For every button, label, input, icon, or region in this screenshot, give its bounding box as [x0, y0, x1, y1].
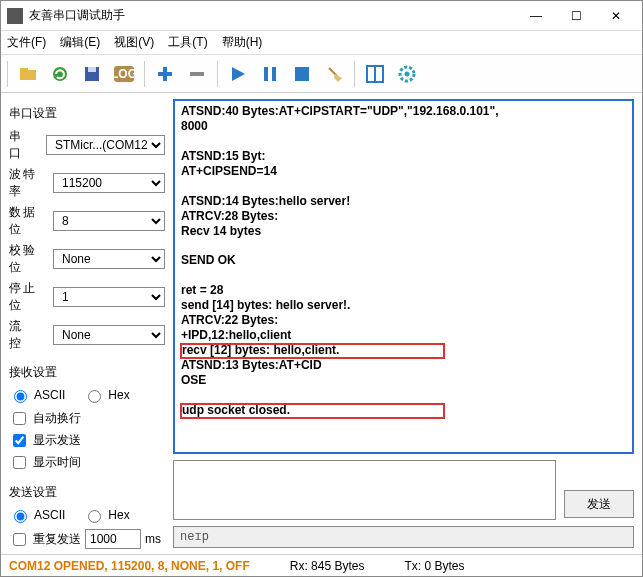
baud-select[interactable]: 115200 [53, 173, 165, 193]
minus-icon[interactable] [183, 60, 211, 88]
stop-icon[interactable] [288, 60, 316, 88]
repeat-label: 重复发送 [33, 531, 81, 548]
minimize-button[interactable]: — [516, 4, 556, 28]
pause-icon[interactable] [256, 60, 284, 88]
open-folder-icon[interactable] [14, 60, 42, 88]
save-icon[interactable] [78, 60, 106, 88]
repeat-checkbox[interactable] [13, 533, 26, 546]
svg-rect-4 [88, 67, 96, 72]
help-box: neɪp [173, 526, 634, 548]
play-icon[interactable] [224, 60, 252, 88]
stopbits-label: 停止位 [9, 280, 49, 314]
parity-select[interactable]: None [53, 249, 165, 269]
databits-label: 数据位 [9, 204, 49, 238]
repeat-interval-input[interactable] [85, 529, 141, 549]
app-icon [7, 8, 23, 24]
menubar: 文件(F) 编辑(E) 视图(V) 工具(T) 帮助(H) [1, 31, 642, 55]
toolbar: LOG [1, 55, 642, 93]
status-com: COM12 OPENED, 115200, 8, NONE, 1, OFF [9, 559, 250, 573]
showtime-checkbox[interactable]: 显示时间 [9, 453, 165, 472]
log-icon[interactable]: LOG [110, 60, 138, 88]
send-settings-title: 发送设置 [9, 484, 165, 501]
layout-icon[interactable] [361, 60, 389, 88]
send-hex-radio[interactable]: Hex [83, 507, 129, 523]
menu-help[interactable]: 帮助(H) [222, 34, 263, 51]
main-area: ATSND:40 Bytes:AT+CIPSTART="UDP","192.16… [173, 93, 642, 554]
ms-label: ms [145, 532, 161, 546]
svg-rect-9 [272, 67, 276, 81]
highlight-closed: udp socket closed. [181, 404, 444, 418]
plus-icon[interactable] [151, 60, 179, 88]
svg-point-16 [405, 71, 410, 76]
close-button[interactable]: ✕ [596, 4, 636, 28]
menu-tools[interactable]: 工具(T) [168, 34, 207, 51]
status-rx: Rx: 845 Bytes [290, 559, 365, 573]
menu-edit[interactable]: 编辑(E) [60, 34, 100, 51]
broom-icon[interactable] [320, 60, 348, 88]
flow-select[interactable]: None [53, 325, 165, 345]
output-textarea[interactable]: ATSND:40 Bytes:AT+CIPSTART="UDP","192.16… [173, 99, 634, 454]
parity-label: 校验位 [9, 242, 49, 276]
databits-select[interactable]: 8 [53, 211, 165, 231]
svg-text:LOG: LOG [113, 67, 135, 81]
window-title: 友善串口调试助手 [29, 7, 516, 24]
gear-icon[interactable] [393, 60, 421, 88]
left-panel: 串口设置 串 口STMicr...(COM12 波特率115200 数据位8 校… [1, 93, 173, 554]
menu-view[interactable]: 视图(V) [114, 34, 154, 51]
baud-label: 波特率 [9, 166, 49, 200]
svg-marker-12 [334, 74, 342, 82]
statusbar: COM12 OPENED, 115200, 8, NONE, 1, OFF Rx… [1, 554, 642, 576]
highlight-recv: recv [12] bytes: hello,client. [181, 344, 444, 358]
serial-settings-title: 串口设置 [9, 105, 165, 122]
flow-label: 流 控 [9, 318, 49, 352]
send-ascii-radio[interactable]: ASCII [9, 507, 65, 523]
recv-hex-radio[interactable]: Hex [83, 387, 129, 403]
svg-rect-10 [295, 67, 309, 81]
send-button[interactable]: 发送 [564, 490, 634, 518]
svg-rect-1 [20, 68, 28, 72]
titlebar: 友善串口调试助手 — ☐ ✕ [1, 1, 642, 31]
autowrap-checkbox[interactable]: 自动换行 [9, 409, 165, 428]
refresh-icon[interactable] [46, 60, 74, 88]
send-textarea[interactable] [173, 460, 556, 520]
status-tx: Tx: 0 Bytes [404, 559, 464, 573]
recv-ascii-radio[interactable]: ASCII [9, 387, 65, 403]
svg-rect-8 [264, 67, 268, 81]
maximize-button[interactable]: ☐ [556, 4, 596, 28]
svg-marker-7 [232, 67, 245, 81]
port-select[interactable]: STMicr...(COM12 [46, 135, 165, 155]
stopbits-select[interactable]: 1 [53, 287, 165, 307]
showsend-checkbox[interactable]: 显示发送 [9, 431, 165, 450]
port-label: 串 口 [9, 128, 42, 162]
menu-file[interactable]: 文件(F) [7, 34, 46, 51]
recv-settings-title: 接收设置 [9, 364, 165, 381]
